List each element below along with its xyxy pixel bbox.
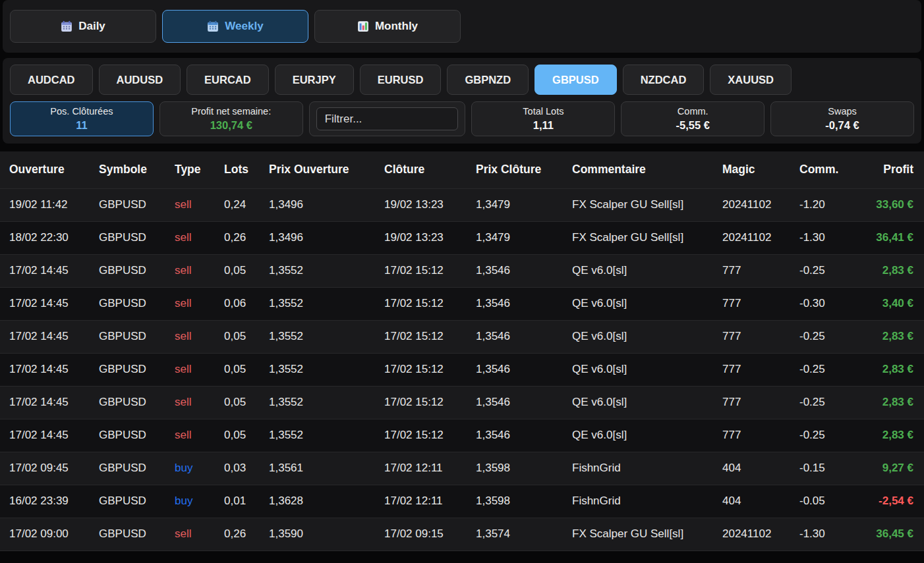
cell-open-time: 17/02 14:45 <box>0 320 90 353</box>
cell-magic: 777 <box>713 353 790 386</box>
cell-close-time: 17/02 09:15 <box>375 518 467 550</box>
cell-close-time: 17/02 12:11 <box>375 485 467 518</box>
cell-open-price: 1,3552 <box>260 419 375 452</box>
cell-commission: -0.25 <box>790 386 846 419</box>
cell-open-price: 1,3496 <box>260 188 375 221</box>
cell-commission: -0.25 <box>790 320 846 353</box>
cell-magic: 777 <box>713 287 790 320</box>
column-header: Magic <box>713 151 790 188</box>
closed-positions-card[interactable]: Pos. Clôturées 11 <box>10 101 154 136</box>
cell-type: sell <box>165 221 215 254</box>
symbol-tab-eurjpy[interactable]: EURJPY <box>275 65 354 95</box>
cell-symbol: GBPUSD <box>90 518 165 550</box>
period-tab-label: Weekly <box>225 20 263 33</box>
cell-magic: 20241102 <box>713 221 790 254</box>
trades-table-header: OuvertureSymboleTypeLotsPrix OuvertureCl… <box>0 151 924 188</box>
cell-comment: FishnGrid <box>563 452 713 485</box>
cell-open-time: 19/02 11:42 <box>0 188 90 221</box>
cell-open-time: 17/02 09:45 <box>0 452 90 485</box>
cell-type: sell <box>165 254 215 287</box>
cell-open-price: 1,3590 <box>260 518 375 550</box>
cell-commission: -0.25 <box>790 353 846 386</box>
symbol-tab-eurcad[interactable]: EURCAD <box>187 65 269 95</box>
symbol-tab-audusd[interactable]: AUDUSD <box>99 65 181 95</box>
symbol-tab-nzdcad[interactable]: NZDCAD <box>623 65 705 95</box>
cell-magic: 404 <box>713 452 790 485</box>
total-lots-value: 1,11 <box>533 119 554 131</box>
cell-open-time: 17/02 09:00 <box>0 518 90 550</box>
cell-symbol: GBPUSD <box>90 287 165 320</box>
cell-symbol: GBPUSD <box>90 386 165 419</box>
cell-close-time: 17/02 15:12 <box>375 353 467 386</box>
cell-open-price: 1,3552 <box>260 320 375 353</box>
cell-open-time: 18/02 22:30 <box>0 221 90 254</box>
table-row: 17/02 14:45 GBPUSD sell 0,05 1,3552 17/0… <box>0 353 924 386</box>
cell-open-time: 17/02 14:45 <box>0 419 90 452</box>
period-tab-weekly[interactable]: Weekly <box>162 10 308 43</box>
total-lots-card: Total Lots 1,11 <box>471 101 615 136</box>
column-header: Ouverture <box>0 151 90 188</box>
cell-commission: -0.25 <box>790 254 846 287</box>
cell-open-price: 1,3552 <box>260 254 375 287</box>
cell-lots: 0,26 <box>215 518 260 550</box>
period-tab-daily[interactable]: Daily <box>10 10 156 43</box>
filter-card <box>309 101 466 136</box>
swaps-card: Swaps -0,74 € <box>770 101 914 136</box>
cell-comment: QE v6.0[sl] <box>563 419 713 452</box>
cell-profit: 2,83 € <box>846 353 924 386</box>
cell-symbol: GBPUSD <box>90 485 165 518</box>
trades-table: OuvertureSymboleTypeLotsPrix OuvertureCl… <box>0 151 924 551</box>
cell-commission: -1.20 <box>790 188 846 221</box>
cell-symbol: GBPUSD <box>90 320 165 353</box>
cell-open-price: 1,3552 <box>260 287 375 320</box>
cell-symbol: GBPUSD <box>90 188 165 221</box>
closed-positions-value: 11 <box>76 119 87 131</box>
filter-input[interactable] <box>316 107 459 130</box>
symbol-tab-audcad[interactable]: AUDCAD <box>10 65 93 95</box>
symbol-tab-gbpusd[interactable]: GBPUSD <box>534 65 617 95</box>
table-row: 18/02 22:30 GBPUSD sell 0,26 1,3496 19/0… <box>0 221 924 254</box>
cell-magic: 777 <box>713 419 790 452</box>
cell-lots: 0,05 <box>215 419 260 452</box>
cell-profit: 3,40 € <box>846 287 924 320</box>
symbol-tab-xauusd[interactable]: XAUUSD <box>710 65 792 95</box>
cell-comment: FishnGrid <box>563 485 713 518</box>
cell-close-time: 17/02 15:12 <box>375 386 467 419</box>
cell-profit: 2,83 € <box>846 386 924 419</box>
cell-symbol: GBPUSD <box>90 419 165 452</box>
commissions-value: -5,55 € <box>676 119 710 131</box>
period-tab-label: Monthly <box>375 20 418 33</box>
column-header: Prix Clôture <box>467 151 563 188</box>
table-row: 17/02 14:45 GBPUSD sell 0,05 1,3552 17/0… <box>0 419 924 452</box>
symbol-tab-eurusd[interactable]: EURUSD <box>360 65 442 95</box>
swaps-label: Swaps <box>828 107 857 117</box>
cell-type: sell <box>165 386 215 419</box>
cell-close-time: 17/02 15:12 <box>375 254 467 287</box>
cell-open-price: 1,3561 <box>260 452 375 485</box>
cell-lots: 0,06 <box>215 287 260 320</box>
cell-type: buy <box>165 452 215 485</box>
cell-open-time: 17/02 14:45 <box>0 353 90 386</box>
cell-magic: 777 <box>713 254 790 287</box>
cell-profit: 36,45 € <box>846 518 924 550</box>
cell-lots: 0,05 <box>215 386 260 419</box>
cell-comment: FX Scalper GU Sell[sl] <box>563 188 713 221</box>
cell-profit: 2,83 € <box>846 320 924 353</box>
table-row: 17/02 14:45 GBPUSD sell 0,05 1,3552 17/0… <box>0 386 924 419</box>
cell-open-price: 1,3552 <box>260 353 375 386</box>
period-tab-monthly[interactable]: Monthly <box>314 10 461 43</box>
cell-profit: 36,41 € <box>846 221 924 254</box>
weekly-net-profit-card: Profit net semaine: 130,74 € <box>159 101 303 136</box>
symbol-tab-gbpnzd[interactable]: GBPNZD <box>447 65 529 95</box>
cell-magic: 404 <box>713 485 790 518</box>
cell-lots: 0,05 <box>215 353 260 386</box>
cell-type: sell <box>165 320 215 353</box>
cell-close-time: 17/02 15:12 <box>375 320 467 353</box>
cell-lots: 0,05 <box>215 254 260 287</box>
cell-comment: QE v6.0[sl] <box>563 353 713 386</box>
closed-positions-label: Pos. Clôturées <box>50 107 113 117</box>
cell-lots: 0,03 <box>215 452 260 485</box>
column-header: Symbole <box>90 151 165 188</box>
cell-symbol: GBPUSD <box>90 254 165 287</box>
cell-close-price: 1,3546 <box>467 287 563 320</box>
